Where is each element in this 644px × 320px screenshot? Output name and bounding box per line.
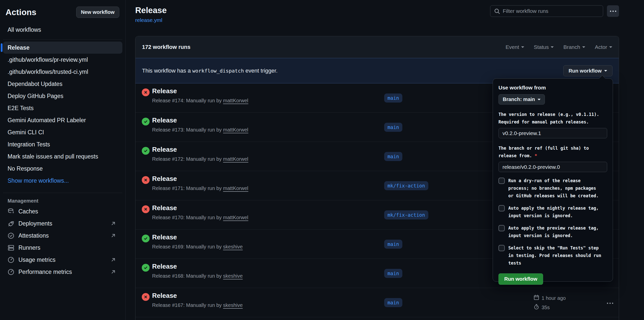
actor-link[interactable]: skeshive xyxy=(223,273,243,279)
checkbox[interactable] xyxy=(498,205,505,211)
management-heading: Management xyxy=(8,198,125,204)
actor-link[interactable]: mattKorwel xyxy=(223,156,248,162)
filter-workflow-runs-input[interactable] xyxy=(503,8,599,14)
filter-dropdown-actor[interactable]: Actor xyxy=(595,44,612,50)
chevron-down-icon xyxy=(609,46,612,49)
status-success-icon xyxy=(142,147,150,155)
run-title-link[interactable]: Release xyxy=(152,233,177,241)
sidebar-item-workflow[interactable]: E2E Tests xyxy=(3,102,122,114)
branch-pill[interactable]: mk/fix-action xyxy=(384,181,428,190)
sidebar-item-runners[interactable]: Runners xyxy=(0,242,125,254)
management-list: CachesDeploymentsAttestationsRunnersUsag… xyxy=(0,205,125,278)
branch-pill[interactable]: main xyxy=(384,152,402,161)
sidebar-item-workflow[interactable]: Dependabot Updates xyxy=(3,78,122,90)
inline-code: workflow_dispatch xyxy=(192,68,244,74)
show-more-workflows-link[interactable]: Show more workflows... xyxy=(0,175,125,187)
run-description: Release #171: Manually run by mattKorwel xyxy=(152,185,248,191)
meter-icon xyxy=(8,257,14,263)
external-link-icon xyxy=(110,233,116,239)
filter-label: Actor xyxy=(595,44,607,50)
run-title-link[interactable]: Release xyxy=(152,204,177,212)
chevron-down-icon xyxy=(582,46,585,49)
sidebar-item-workflow-selected[interactable]: Release xyxy=(3,42,122,54)
stopwatch-icon xyxy=(534,304,539,311)
workflow-label: Dependabot Updates xyxy=(8,81,62,87)
sidebar-item-workflow[interactable]: Deploy GitHub Pages xyxy=(3,90,122,102)
sidebar-item-workflow[interactable]: Gemini CLI CI xyxy=(3,126,122,138)
sidebar-item-workflow[interactable]: Gemini Automated PR Labeler xyxy=(3,114,122,126)
version-input[interactable] xyxy=(498,128,607,138)
status-success-icon xyxy=(142,264,150,272)
sidebar-item-caches[interactable]: Caches xyxy=(0,205,125,217)
sidebar-item-workflow[interactable]: .github/workflows/trusted-ci.yml xyxy=(3,66,122,78)
branch-pill[interactable]: main xyxy=(384,123,402,132)
actor-link[interactable]: skeshive xyxy=(223,244,243,249)
branch-pill[interactable]: main xyxy=(384,240,402,249)
sidebar-item-usage-metrics[interactable]: Usage metrics xyxy=(0,254,125,266)
workflow-label: Mark stale issues and pull requests xyxy=(8,153,98,160)
panel-fields: The version to release (e.g., v0.1.11).R… xyxy=(498,111,607,172)
management-label: Usage metrics xyxy=(18,257,55,263)
run-title-link[interactable]: Release xyxy=(152,292,177,300)
actions-page: Actions New workflow All workflows Relea… xyxy=(0,0,644,320)
actor-link[interactable]: mattKorwel xyxy=(223,215,248,220)
actor-link[interactable]: mattKorwel xyxy=(223,185,248,191)
workflow-file-link[interactable]: release.yml xyxy=(135,17,162,23)
workflow-label: Integration Tests xyxy=(8,141,50,148)
run-title-link[interactable]: Release xyxy=(152,263,177,270)
new-workflow-button[interactable]: New workflow xyxy=(76,7,119,18)
filter-workflow-runs-box xyxy=(490,5,603,17)
filter-dropdown-status[interactable]: Status xyxy=(534,44,554,50)
branch-pill[interactable]: main xyxy=(384,298,402,307)
required-asterisk: * xyxy=(532,153,537,158)
sidebar-item-all-workflows[interactable]: All workflows xyxy=(8,26,119,33)
checkbox[interactable] xyxy=(498,178,505,184)
run-title-link[interactable]: Release xyxy=(152,87,177,95)
status-failure-icon xyxy=(142,293,150,301)
workflow-label: E2E Tests xyxy=(8,105,34,112)
run-title-link[interactable]: Release xyxy=(152,146,177,153)
checkbox[interactable] xyxy=(498,245,505,251)
run-options-kebab-button[interactable] xyxy=(604,300,616,307)
run-title-link[interactable]: Release xyxy=(152,175,177,183)
branch-pill[interactable]: main xyxy=(384,269,402,278)
branch-selector-button[interactable]: Branch: main xyxy=(498,94,545,105)
sidebar-item-workflow[interactable]: Integration Tests xyxy=(3,138,122,150)
workflow-options-kebab-button[interactable] xyxy=(607,5,619,17)
dispatch-banner-text: This workflow has a workflow_dispatch ev… xyxy=(142,68,277,74)
sidebar-item-attestations[interactable]: Attestations xyxy=(0,230,125,242)
filter-dropdown-branch[interactable]: Branch xyxy=(563,44,585,50)
page-title: Release xyxy=(135,6,167,15)
checkbox-field: Auto apply the preview release tag,input… xyxy=(498,224,607,239)
run-workflow-dropdown-button[interactable]: Run workflow xyxy=(563,65,612,76)
filter-dropdown-event[interactable]: Event xyxy=(506,44,524,50)
run-description: Release #167: Manually run by skeshive xyxy=(152,302,243,308)
runs-filters: EventStatusBranchActor xyxy=(506,44,612,50)
run-workflow-submit-button[interactable]: Run workflow xyxy=(498,273,543,285)
checkbox-label: Auto apply the preview release tag,input… xyxy=(508,224,599,239)
release-ref-input[interactable] xyxy=(498,162,607,172)
workflow-label: .github/workflows/trusted-ci.yml xyxy=(8,69,88,75)
actor-link[interactable]: skeshive xyxy=(223,302,243,308)
branch-pill[interactable]: mk/fix-action xyxy=(384,210,428,219)
external-link-icon xyxy=(110,269,116,275)
verified-icon xyxy=(8,232,14,239)
sidebar-item-performance-metrics[interactable]: Performance metrics xyxy=(0,266,125,278)
sidebar-item-workflow[interactable]: .github/workflows/pr-review.yml xyxy=(3,54,122,66)
workflow-label: .github/workflows/pr-review.yml xyxy=(8,56,88,63)
sidebar-item-workflow[interactable]: Mark stale issues and pull requests xyxy=(3,150,122,163)
checkbox[interactable] xyxy=(498,225,505,231)
sidebar-item-deployments[interactable]: Deployments xyxy=(0,217,125,230)
rocket-icon xyxy=(8,220,14,227)
workflow-label: Gemini CLI CI xyxy=(8,129,44,136)
actor-link[interactable]: mattKorwel xyxy=(223,98,248,103)
workflow-run-row: ReleaseRelease #167: Manually run by ske… xyxy=(135,288,619,317)
sidebar-title: Actions xyxy=(6,8,36,17)
run-title-link[interactable]: Release xyxy=(152,116,177,124)
run-duration: 35s xyxy=(534,304,550,311)
branch-pill[interactable]: main xyxy=(384,93,402,103)
checkbox-label: Auto apply the nightly release tag,input… xyxy=(508,204,599,219)
status-failure-icon xyxy=(142,205,150,213)
sidebar-item-workflow[interactable]: No Response xyxy=(3,163,122,175)
actor-link[interactable]: mattKorwel xyxy=(223,127,248,133)
